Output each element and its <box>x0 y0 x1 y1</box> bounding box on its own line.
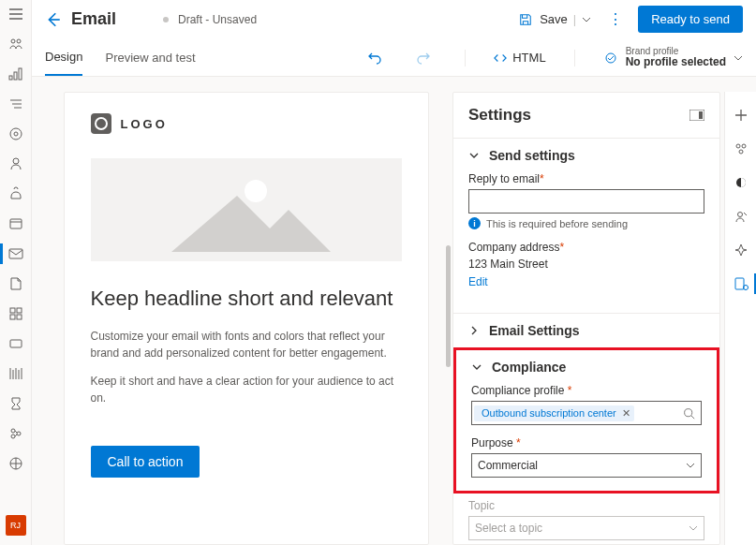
save-label: Save <box>540 12 568 26</box>
email-settings-header[interactable]: Email Settings <box>468 323 704 338</box>
compliance-header[interactable]: Compliance <box>471 360 702 375</box>
user-avatar[interactable]: RJ <box>6 515 26 536</box>
svg-rect-14 <box>10 340 22 347</box>
nav-email-icon[interactable] <box>7 245 24 262</box>
draft-status-text: Draft - Unsaved <box>178 13 257 26</box>
send-settings-section: Send settings Reply to email* i This is … <box>453 138 719 313</box>
undo-icon[interactable] <box>362 51 388 66</box>
edit-company-link[interactable]: Edit <box>468 275 488 288</box>
topic-select[interactable]: Select a topic <box>468 516 704 540</box>
top-bar: Email Draft - Unsaved Save | ⋮ Ready to … <box>32 0 756 39</box>
svg-rect-8 <box>10 219 22 228</box>
svg-rect-2 <box>9 76 12 80</box>
chevron-down-icon <box>689 523 698 533</box>
nav-icon-3[interactable] <box>7 96 24 112</box>
chevron-down-icon <box>468 150 480 161</box>
nav-icon-9[interactable] <box>7 275 24 292</box>
chip-remove-icon[interactable]: ✕ <box>622 407 630 420</box>
chevron-down-icon <box>471 361 482 373</box>
brand-profile-selector[interactable]: Brand profile No profile selected <box>603 46 743 68</box>
compliance-profile-lookup[interactable]: Outbound subscription center ✕ <box>471 401 702 425</box>
nav-icon-15[interactable] <box>7 455 24 472</box>
send-settings-header[interactable]: Send settings <box>468 148 704 163</box>
svg-rect-13 <box>17 315 22 319</box>
svg-point-28 <box>739 150 743 154</box>
tab-preview[interactable]: Preview and test <box>105 39 195 76</box>
nav-icon-6[interactable] <box>7 185 24 202</box>
settings-rail-icon[interactable] <box>733 275 749 292</box>
reply-to-label: Reply to email* <box>468 172 704 185</box>
back-arrow-icon[interactable] <box>45 11 62 28</box>
settings-title: Settings <box>468 106 689 125</box>
nav-icon-12[interactable] <box>7 365 24 382</box>
html-toggle[interactable]: HTML <box>494 51 545 65</box>
body-text-2[interactable]: Keep it short and have a clear action fo… <box>91 373 402 406</box>
chevron-right-icon <box>468 325 480 336</box>
company-address-value: 123 Main Street <box>468 258 704 271</box>
svg-point-25 <box>685 408 692 416</box>
nav-icon-4[interactable] <box>7 125 24 142</box>
topic-section: Topic Select a topic <box>453 493 719 545</box>
nav-icon-7[interactable] <box>7 215 24 232</box>
headline-text[interactable]: Keep headline short and relevant <box>91 286 402 313</box>
tab-design[interactable]: Design <box>45 39 82 76</box>
nav-icon-1[interactable] <box>7 36 24 52</box>
theme-icon[interactable] <box>733 174 749 191</box>
logo-placeholder-icon[interactable] <box>91 113 111 134</box>
cta-button[interactable]: Call to action <box>91 446 200 478</box>
save-button[interactable]: Save | <box>519 12 593 26</box>
nav-icon-13[interactable] <box>7 395 24 412</box>
brand-profile-value: No profile selected <box>626 56 726 68</box>
tab-bar: Design Preview and test HTML Brand profi… <box>32 39 756 77</box>
personalization-icon[interactable] <box>733 208 749 225</box>
chevron-down-icon[interactable] <box>582 15 591 24</box>
right-rail <box>724 92 756 545</box>
nav-icon-10[interactable] <box>7 305 24 322</box>
sections-icon[interactable] <box>733 140 749 157</box>
svg-point-20 <box>245 180 267 202</box>
settings-panel: Settings Send settings Reply to email* <box>452 92 720 545</box>
svg-point-5 <box>10 128 22 140</box>
redo-icon[interactable] <box>410 51 437 66</box>
ready-to-send-button[interactable]: Ready to send <box>638 6 743 33</box>
panel-layout-icon[interactable] <box>689 110 704 121</box>
svg-point-1 <box>17 39 21 43</box>
compliance-profile-chip[interactable]: Outbound subscription center ✕ <box>474 405 634 421</box>
topic-label: Topic <box>468 499 704 512</box>
company-address-label: Company address* <box>468 241 704 254</box>
svg-rect-31 <box>735 278 744 289</box>
nav-icon-11[interactable] <box>7 335 24 352</box>
svg-rect-9 <box>9 249 22 258</box>
add-element-icon[interactable] <box>733 107 749 124</box>
nav-icon-2[interactable] <box>7 66 24 82</box>
chevron-down-icon <box>686 461 695 470</box>
svg-point-16 <box>17 432 21 435</box>
svg-point-17 <box>11 435 15 438</box>
reply-to-input[interactable] <box>468 189 704 214</box>
draft-status-dot <box>163 17 169 22</box>
html-label: HTML <box>512 51 545 65</box>
email-canvas[interactable]: LOGO Keep headline short and relevant Cu… <box>64 92 429 545</box>
email-settings-section: Email Settings <box>453 313 719 347</box>
chevron-down-icon <box>734 53 743 63</box>
canvas-scrollbar[interactable] <box>446 245 451 367</box>
gear-check-icon <box>603 51 618 66</box>
compliance-section: Compliance Compliance profile * Outbound… <box>453 347 719 493</box>
svg-point-26 <box>736 144 740 148</box>
svg-point-7 <box>13 158 19 164</box>
accessibility-icon[interactable] <box>733 242 749 258</box>
global-nav-rail: RJ <box>0 0 32 545</box>
logo-text[interactable]: LOGO <box>121 117 168 131</box>
lookup-search-icon[interactable] <box>683 407 695 420</box>
nav-icon-5[interactable] <box>7 155 24 172</box>
svg-rect-10 <box>10 308 15 313</box>
svg-point-0 <box>11 39 15 43</box>
hamburger-icon[interactable] <box>7 6 24 22</box>
save-dropdown-divider: | <box>573 12 576 26</box>
body-text-1[interactable]: Customize your email with fonts and colo… <box>91 328 402 361</box>
more-button[interactable]: ⋮ <box>602 10 629 28</box>
purpose-select[interactable]: Commercial <box>471 453 702 478</box>
purpose-label: Purpose * <box>471 436 702 449</box>
image-placeholder[interactable] <box>91 158 402 261</box>
nav-icon-14[interactable] <box>7 425 24 442</box>
